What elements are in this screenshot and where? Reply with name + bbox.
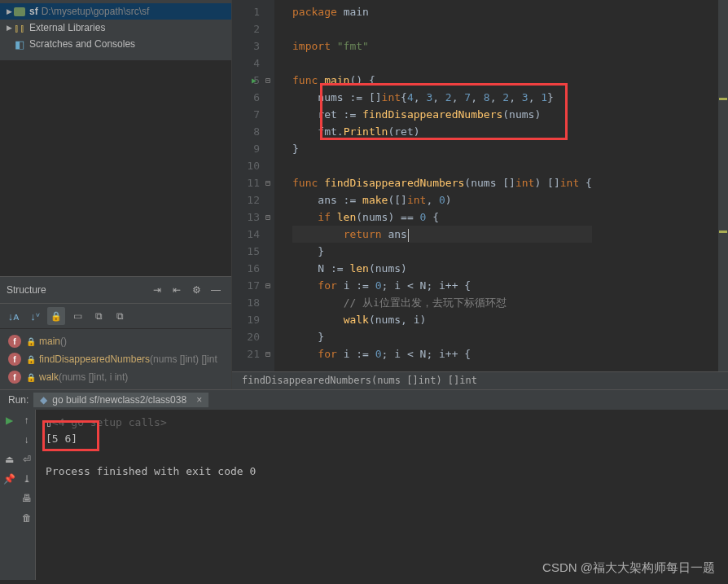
folder-icon bbox=[13, 5, 26, 18]
run-label: Run: bbox=[3, 394, 33, 406]
project-tree[interactable]: ▶ sf D:\mysetup\gopath\src\sf ▶ ⫿⫿ Exter… bbox=[0, 0, 231, 60]
scroll-end-icon[interactable]: ⤓ bbox=[20, 472, 34, 486]
run-panel: Run: ◆ go build sf/newclass2/class038 × … bbox=[0, 389, 728, 580]
run-tools-secondary: ↑ ↓ ⏎ ⤓ 🖶 🗑 bbox=[18, 410, 36, 580]
lock-filter-icon[interactable]: 🔒 bbox=[47, 307, 65, 325]
run-panel-header: Run: ◆ go build sf/newclass2/class038 × bbox=[0, 390, 728, 410]
code-line[interactable]: N := len(nums) bbox=[292, 260, 592, 277]
autoscroll-from-icon[interactable]: ⧉ bbox=[111, 307, 129, 325]
project-root[interactable]: ▶ sf D:\mysetup\gopath\src\sf bbox=[0, 3, 231, 20]
scrollbar-map[interactable] bbox=[718, 0, 728, 371]
expand-arrow-icon[interactable]: ▶ bbox=[5, 7, 13, 15]
run-gutter-icon[interactable]: ▶ bbox=[252, 72, 257, 89]
struct-func-name: findDisappearedNumbers bbox=[39, 353, 150, 365]
fold-icon[interactable]: ⊟ bbox=[265, 345, 270, 362]
struct-func-name: main bbox=[39, 336, 60, 347]
struct-func-sig: (nums []int, i int) bbox=[59, 371, 128, 383]
fold-icon[interactable]: ⊟ bbox=[265, 174, 270, 191]
lock-icon: 🔒 bbox=[26, 355, 36, 364]
run-config-tab[interactable]: ◆ go build sf/newclass2/class038 × bbox=[33, 393, 208, 407]
structure-title: Structure bbox=[7, 284, 147, 296]
code-line[interactable]: ans := make([]int, 0) bbox=[292, 191, 592, 209]
scratches-label: Scratches and Consoles bbox=[29, 38, 135, 50]
project-name: sf bbox=[29, 6, 38, 17]
function-badge-icon: f bbox=[8, 335, 21, 348]
up-icon[interactable]: ↑ bbox=[20, 413, 34, 428]
editor-breadcrumb[interactable]: findDisappearedNumbers(nums []int) []int bbox=[232, 371, 728, 389]
library-icon: ⫿⫿ bbox=[13, 21, 26, 34]
code-line[interactable]: } bbox=[292, 328, 592, 345]
collapse-all-icon[interactable]: ⇥ bbox=[148, 281, 166, 299]
structure-item[interactable]: f 🔒 walk (nums []int, i int) bbox=[0, 368, 231, 386]
code-line[interactable] bbox=[292, 20, 592, 37]
annotation-box-output bbox=[42, 420, 99, 451]
go-icon: ◆ bbox=[40, 394, 47, 406]
code-line[interactable]: func findDisappearedNumbers(nums []int) … bbox=[292, 174, 592, 191]
watermark: CSDN @福大大架构师每日一题 bbox=[542, 560, 715, 576]
code-line[interactable]: import "fmt" bbox=[292, 37, 592, 55]
annotation-box-code bbox=[320, 83, 568, 140]
run-tools-primary: ▶ ⏏ 📌 bbox=[0, 410, 18, 580]
fold-icon[interactable]: ⊟ bbox=[265, 72, 270, 89]
lock-icon: 🔒 bbox=[26, 373, 36, 382]
editor-gutter[interactable]: 12345▶⊟67891011⊟1213⊟14151617⊟18192021⊟ bbox=[232, 0, 274, 389]
structure-item[interactable]: f 🔒 main () bbox=[0, 332, 231, 350]
structure-list[interactable]: f 🔒 main ()f 🔒 findDisappearedNumbers (n… bbox=[0, 329, 231, 389]
run-console[interactable]: ▯<4 go setup calls> [5 6] Process finish… bbox=[36, 410, 728, 580]
code-line[interactable]: return ans bbox=[292, 226, 592, 243]
clear-icon[interactable]: 🗑 bbox=[20, 511, 34, 525]
fold-icon[interactable]: ⊟ bbox=[265, 277, 270, 294]
hide-icon[interactable]: — bbox=[207, 281, 225, 299]
console-output: [5 6] bbox=[46, 431, 718, 447]
scratch-icon: ◧ bbox=[13, 37, 26, 50]
tree-empty-area bbox=[0, 60, 231, 276]
code-line[interactable]: walk(nums, i) bbox=[292, 311, 592, 328]
external-libs-label: External Libraries bbox=[29, 22, 105, 33]
code-line[interactable] bbox=[292, 157, 592, 174]
expand-all-icon[interactable]: ⇤ bbox=[168, 281, 186, 299]
wrap-icon[interactable]: ⏎ bbox=[20, 452, 34, 467]
code-line[interactable]: package main bbox=[292, 3, 592, 20]
project-path: D:\mysetup\gopath\src\sf bbox=[42, 6, 150, 17]
warning-marker[interactable] bbox=[719, 98, 727, 100]
down-icon[interactable]: ↓ bbox=[20, 433, 34, 447]
left-panel: ▶ sf D:\mysetup\gopath\src\sf ▶ ⫿⫿ Exter… bbox=[0, 0, 232, 389]
stop-icon[interactable] bbox=[2, 433, 16, 447]
autoscroll-icon[interactable]: ⧉ bbox=[90, 307, 107, 325]
tree-view-icon[interactable]: ▭ bbox=[68, 307, 86, 325]
function-badge-icon: f bbox=[8, 353, 21, 366]
struct-func-sig: () bbox=[60, 336, 67, 347]
console-exit: Process finished with exit code 0 bbox=[46, 463, 718, 480]
code-line[interactable]: if len(nums) == 0 { bbox=[292, 209, 592, 226]
structure-panel: Structure ⇥ ⇤ ⚙ — ↓ᴀ ↓ᵛ 🔒 ▭ ⧉ ⧉ f 🔒 main… bbox=[0, 276, 231, 389]
editor-code-area[interactable]: package mainimport "fmt"func main() { nu… bbox=[274, 0, 592, 389]
code-line[interactable] bbox=[292, 55, 592, 72]
code-line[interactable]: for i := 0; i < N; i++ { bbox=[292, 345, 592, 362]
sort-az-icon[interactable]: ↓ᴀ bbox=[5, 307, 23, 325]
run-tab-name: go build sf/newclass2/class038 bbox=[52, 394, 186, 406]
exit-icon[interactable]: ⏏ bbox=[2, 452, 16, 467]
code-line[interactable]: } bbox=[292, 140, 592, 157]
code-line[interactable]: // 从i位置出发，去玩下标循环怼 bbox=[292, 294, 592, 311]
structure-item[interactable]: f 🔒 findDisappearedNumbers (nums []int) … bbox=[0, 350, 231, 368]
function-badge-icon: f bbox=[8, 371, 21, 384]
lock-icon: 🔒 bbox=[26, 337, 36, 346]
external-libraries[interactable]: ▶ ⫿⫿ External Libraries bbox=[0, 20, 231, 36]
scratches-consoles[interactable]: ▶ ◧ Scratches and Consoles bbox=[0, 36, 231, 52]
expand-arrow-icon[interactable]: ▶ bbox=[5, 24, 13, 32]
code-editor[interactable]: 12345▶⊟67891011⊟1213⊟14151617⊟18192021⊟ … bbox=[232, 0, 728, 389]
warning-marker[interactable] bbox=[719, 231, 727, 233]
rerun-icon[interactable]: ▶ bbox=[2, 413, 16, 428]
code-line[interactable]: } bbox=[292, 243, 592, 260]
settings-icon[interactable]: ⚙ bbox=[187, 281, 205, 299]
pin-icon[interactable]: 📌 bbox=[2, 472, 16, 486]
code-line[interactable]: for i := 0; i < N; i++ { bbox=[292, 277, 592, 294]
struct-func-sig: (nums []int) []int bbox=[150, 353, 217, 365]
sort-visibility-icon[interactable]: ↓ᵛ bbox=[26, 307, 44, 325]
structure-toolbar: ↓ᴀ ↓ᵛ 🔒 ▭ ⧉ ⧉ bbox=[0, 304, 231, 329]
fold-icon[interactable]: ⊟ bbox=[265, 209, 270, 226]
close-icon[interactable]: × bbox=[196, 394, 202, 406]
print-icon[interactable]: 🖶 bbox=[20, 491, 34, 506]
struct-func-name: walk bbox=[39, 371, 59, 383]
